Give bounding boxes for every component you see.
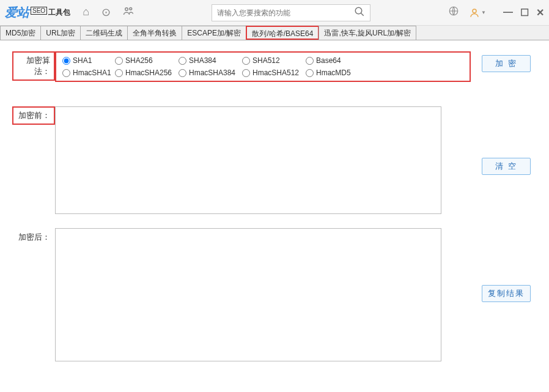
radio-label: HmacSHA1 [73,68,111,77]
people-icon[interactable] [123,6,134,20]
radio-sha384[interactable]: SHA384 [179,56,237,65]
radio-input-sha384[interactable] [179,57,186,65]
radio-label: SHA512 [252,56,280,65]
radio-label: SHA384 [189,56,216,65]
after-textarea[interactable] [55,228,441,361]
radio-label: HmacSHA256 [125,68,172,77]
encrypt-button[interactable]: 加 密 [482,55,531,72]
tab-1[interactable]: URL加密 [40,26,81,40]
radio-sha1[interactable]: SHA1 [62,56,110,65]
globe-icon[interactable] [448,6,459,20]
algorithm-label: 加密算法： [12,51,55,81]
radio-input-hmacmd5[interactable] [306,69,314,77]
app-logo: 爱站 SEO 工具包 [5,4,70,21]
action-buttons: 加 密 清 空 复制结果 [482,51,537,375]
before-textarea[interactable] [55,106,441,214]
algorithm-radio-box: SHA1SHA256SHA384SHA512Base64 HmacSHA1Hma… [55,51,471,82]
algorithm-body: SHA1SHA256SHA384SHA512Base64 HmacSHA1Hma… [55,51,471,82]
after-body [55,228,471,363]
maximize-button[interactable]: ☐ [520,7,529,18]
before-body [55,106,471,216]
search-wrap [134,4,448,21]
radio-input-base64[interactable] [306,57,314,65]
form-area: 加密算法： SHA1SHA256SHA384SHA512Base64 HmacS… [12,51,471,375]
tab-2[interactable]: 二维码生成 [80,26,128,40]
radio-hmacsha512[interactable]: HmacSHA512 [242,68,301,77]
titlebar: 爱站 SEO 工具包 ⌂ ⊙ ▼ — ☐ ✕ [0,0,549,26]
after-row: 加密后： [12,228,471,363]
radio-label: HmacSHA384 [189,68,235,77]
window-controls: — ☐ ✕ [503,7,544,18]
search-icon[interactable] [354,6,365,20]
radio-input-hmacsha512[interactable] [242,69,250,77]
svg-point-0 [125,8,128,11]
before-row: 加密前： [12,106,471,216]
copy-button[interactable]: 复制结果 [482,285,531,302]
home-icon[interactable]: ⌂ [83,6,89,20]
radio-hmacmd5[interactable]: HmacMD5 [306,68,353,77]
radio-label: SHA256 [125,56,153,65]
logo-badge: SEO [31,7,47,15]
radio-input-hmacsha384[interactable] [179,69,186,77]
radio-hmacsha384[interactable]: HmacSHA384 [179,68,237,77]
chevron-down-icon: ▼ [481,10,486,15]
svg-point-1 [130,7,132,10]
radio-sha256[interactable]: SHA256 [115,56,174,65]
logo-suffix: 工具包 [48,7,70,18]
radio-input-hmacsha256[interactable] [115,69,123,77]
close-button[interactable]: ✕ [536,7,544,18]
radio-label: Base64 [316,56,341,65]
tab-6[interactable]: 迅雷,快车,旋风URL加/解密 [319,26,416,40]
titlebar-icons: ⌂ ⊙ [83,6,134,20]
search-input[interactable] [217,9,354,17]
radio-input-sha1[interactable] [62,57,70,65]
after-label: 加密后： [12,228,55,243]
tab-4[interactable]: ESCAPE加/解密 [182,26,246,40]
svg-point-2 [355,7,362,14]
play-icon[interactable]: ⊙ [101,6,111,20]
svg-line-3 [361,13,364,16]
radio-input-sha256[interactable] [115,57,123,65]
radio-input-sha512[interactable] [242,57,250,65]
minimize-button[interactable]: — [503,7,513,18]
radio-row-1: SHA1SHA256SHA384SHA512Base64 [62,56,463,65]
radio-label: HmacSHA512 [252,68,299,77]
radio-hmacsha256[interactable]: HmacSHA256 [115,68,174,77]
tab-5[interactable]: 散列/哈希/BASE64 [246,26,319,40]
titlebar-right: ▼ — ☐ ✕ [448,6,544,20]
before-label: 加密前： [12,106,55,125]
user-icon[interactable]: ▼ [469,7,486,18]
radio-hmacsha1[interactable]: HmacSHA1 [62,68,110,77]
clear-button[interactable]: 清 空 [482,158,531,175]
content: 加密算法： SHA1SHA256SHA384SHA512Base64 HmacS… [0,40,549,386]
algorithm-row: 加密算法： SHA1SHA256SHA384SHA512Base64 HmacS… [12,51,471,82]
radio-base64[interactable]: Base64 [306,56,353,65]
logo-main: 爱站 [5,4,29,21]
svg-point-5 [473,9,476,13]
radio-row-2: HmacSHA1HmacSHA256HmacSHA384HmacSHA512Hm… [62,68,463,77]
radio-label: HmacMD5 [316,68,351,77]
radio-label: SHA1 [73,56,92,65]
search-box[interactable] [212,4,370,21]
tab-0[interactable]: MD5加密 [0,26,41,40]
tool-tabs: MD5加密URL加密二维码生成全角半角转换ESCAPE加/解密散列/哈希/BAS… [0,26,549,40]
tab-3[interactable]: 全角半角转换 [127,26,182,40]
radio-input-hmacsha1[interactable] [62,69,70,77]
radio-sha512[interactable]: SHA512 [242,56,301,65]
